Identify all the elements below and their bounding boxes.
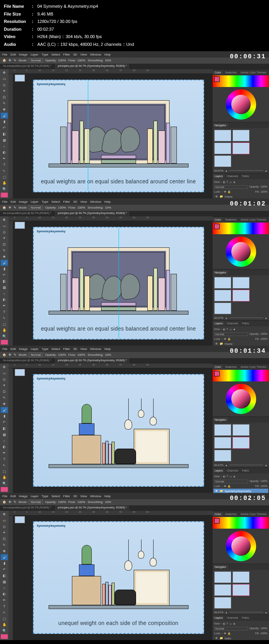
menu-layer[interactable]: Layer <box>31 200 38 204</box>
visibility-icon[interactable]: 👁 <box>215 342 218 346</box>
doc-tab-1[interactable]: hs-composition.psd @ 66.7% (RGB/8) * <box>0 505 54 511</box>
nav-thumb-active[interactable] <box>232 437 250 449</box>
tab-swatches[interactable]: Swatches <box>223 70 239 75</box>
zoom-tool-icon[interactable]: 🔍 <box>1 628 8 634</box>
artboard-thumbnails[interactable] <box>15 75 25 82</box>
zoom-out-icon[interactable]: ▲ <box>225 169 228 172</box>
guide-vertical[interactable] <box>119 228 119 339</box>
home-icon[interactable]: 🏠 <box>2 353 6 357</box>
smoothing-value[interactable]: 10% <box>105 353 111 357</box>
brush-tool-icon[interactable]: 🖌 <box>1 407 8 413</box>
tab-channels[interactable]: Channels <box>225 468 240 473</box>
layer-name[interactable]: Symmetry/Asymmetry <box>225 490 251 493</box>
lock-position-icon[interactable]: ✚ <box>224 338 226 341</box>
dodge-tool-icon[interactable]: ◐ <box>1 591 8 597</box>
tools-panel[interactable]: ✥ ▭ ⊙ ✦ ⊡ ✎ ✚ 🖌 ▮ ↶ ◧ ▦ ○ ◐ ✒ T ↖ ▢ ✋ 🔍 <box>0 216 9 346</box>
shape-tool-icon[interactable]: ▢ <box>1 468 8 474</box>
menu-edit[interactable]: Edit <box>10 53 16 56</box>
color-swatch[interactable] <box>1 487 8 492</box>
menu-select[interactable]: Select <box>51 200 60 204</box>
menu-edit[interactable]: Edit <box>10 494 16 498</box>
layer-row[interactable]: 👁 📁 Frame <box>213 194 268 198</box>
filter-shape-icon[interactable]: ▭ <box>229 475 232 478</box>
nav-thumb[interactable] <box>214 290 231 301</box>
nav-thumb[interactable] <box>214 155 231 167</box>
tab-layers[interactable]: Layers <box>213 616 225 620</box>
artboard[interactable]: Symmetry/Asymmetry <box>33 374 204 487</box>
dodge-tool-icon[interactable]: ◐ <box>1 150 8 155</box>
canvas-area[interactable]: 05101520253035404550 Symmetry/Asymmetry … <box>9 69 213 198</box>
zoom-out-icon[interactable]: ▲ <box>225 464 228 466</box>
history-tool-icon[interactable]: ↶ <box>1 272 8 278</box>
color-wheel[interactable] <box>226 384 256 414</box>
zoom-slider[interactable] <box>229 612 263 613</box>
zoom-value[interactable]: 66.67% <box>214 464 224 466</box>
mode-value[interactable]: Normal <box>29 58 43 63</box>
tab-layers[interactable]: Layers <box>213 468 225 473</box>
tab-navigator[interactable]: Navigator <box>213 123 228 127</box>
menu-type[interactable]: Type <box>42 53 48 56</box>
layer-opacity-value[interactable]: 100% <box>260 480 267 483</box>
lock-all-icon[interactable]: 🔒 <box>227 338 231 341</box>
lasso-tool-icon[interactable]: ⊙ <box>1 82 8 88</box>
layers-panel[interactable]: Kind ▫ ◐ T ▭ ◈ Normal Opacity: 100% <box>213 179 269 198</box>
tab-adobe-color[interactable]: Adobe Color Themes <box>239 218 268 222</box>
right-panel-dock[interactable]: Color Swatches Adobe Color Themes Naviga… <box>213 216 269 346</box>
filter-image-icon[interactable]: ▫ <box>221 181 222 184</box>
layer-opacity-value[interactable]: 100% <box>260 185 267 189</box>
menu-view[interactable]: View <box>80 200 87 204</box>
path-tool-icon[interactable]: ↖ <box>1 168 8 174</box>
tab-swatches[interactable]: Swatches <box>223 512 239 516</box>
dodge-tool-icon[interactable]: ◐ <box>1 297 8 303</box>
guide-vertical[interactable] <box>88 80 88 191</box>
menu-window[interactable]: Window <box>90 347 101 351</box>
brush-icon[interactable]: ✎ <box>14 59 16 62</box>
menu-3d[interactable]: 3D <box>73 494 77 498</box>
filter-type-icon[interactable]: T <box>227 181 228 184</box>
artboard-thumbnails[interactable] <box>15 369 25 376</box>
filter-shape-icon[interactable]: ▭ <box>229 181 232 184</box>
menu-help[interactable]: Help <box>104 200 110 204</box>
menu-file[interactable]: File <box>2 347 7 351</box>
home-icon[interactable]: 🏠 <box>2 59 6 62</box>
layer-row[interactable]: 👁 📁 Frame <box>213 341 268 346</box>
heal-tool-icon[interactable]: ✚ <box>1 106 8 112</box>
color-spectrum[interactable] <box>213 75 269 87</box>
menu-help[interactable]: Help <box>104 347 110 351</box>
home-icon[interactable]: 🏠 <box>2 206 6 209</box>
blend-mode[interactable]: Normal <box>214 185 248 189</box>
nav-thumb[interactable] <box>214 130 231 141</box>
artboard[interactable]: Symmetry/Asymmetry equal weights are on … <box>33 80 204 192</box>
menu-window[interactable]: Window <box>90 494 101 498</box>
navigator-panel[interactable] <box>213 570 269 610</box>
tab-color[interactable]: Color <box>213 218 223 222</box>
filter-adjust-icon[interactable]: ◐ <box>223 328 225 331</box>
lock-position-icon[interactable]: ✚ <box>224 632 226 635</box>
zoom-tool-icon[interactable]: 🔍 <box>1 186 8 192</box>
options-bar[interactable]: 🏠 ✥ ✎ Mode: Normal Opacity: 100% Flow: 1… <box>0 57 269 64</box>
path-tool-icon[interactable]: ↖ <box>1 609 8 615</box>
brush-tool-icon[interactable]: 🖌 <box>1 113 8 118</box>
marquee-tool-icon[interactable]: ▭ <box>1 76 8 82</box>
color-spectrum[interactable] <box>213 517 269 529</box>
color-wheel-panel[interactable] <box>213 529 269 564</box>
doc-tab-2[interactable]: principles.psd @ 66.7% (Symmetry/Asymmet… <box>54 505 130 511</box>
fill-value[interactable]: 100% <box>260 632 267 635</box>
doc-tab-1[interactable]: hs-composition.psd @ 66.7% (RGB/8) * <box>0 64 54 69</box>
menu-image[interactable]: Image <box>19 200 28 204</box>
filter-type-icon[interactable]: T <box>227 475 228 478</box>
layer-list[interactable]: 👁 📁 Symmetry/Asymmetry👁 📁 Asymmetry👁 she… <box>213 489 268 493</box>
mode-value[interactable]: Normal <box>29 353 43 357</box>
tools-panel[interactable]: ✥ ▭ ⊙ ✦ ⊡ ✎ ✚ 🖌 ▮ ↶ ◧ ▦ ○ ◐ ✒ T ↖ ▢ ✋ 🔍 <box>0 69 9 198</box>
right-panel-dock[interactable]: Color Swatches Adobe Color Themes Naviga… <box>213 511 269 640</box>
menu-edit[interactable]: Edit <box>10 347 16 351</box>
menu-filter[interactable]: Filter <box>63 200 70 204</box>
filter-smart-icon[interactable]: ◈ <box>233 475 235 478</box>
nav-thumb[interactable] <box>232 571 250 583</box>
wand-tool-icon[interactable]: ✦ <box>1 235 8 241</box>
zoom-out-icon[interactable]: ▲ <box>225 317 228 319</box>
marquee-tool-icon[interactable]: ▭ <box>1 370 8 376</box>
tab-color[interactable]: Color <box>213 365 223 369</box>
ruler-horizontal[interactable]: 05101520253035404550 <box>9 511 213 515</box>
gradient-tool-icon[interactable]: ▦ <box>1 579 8 585</box>
